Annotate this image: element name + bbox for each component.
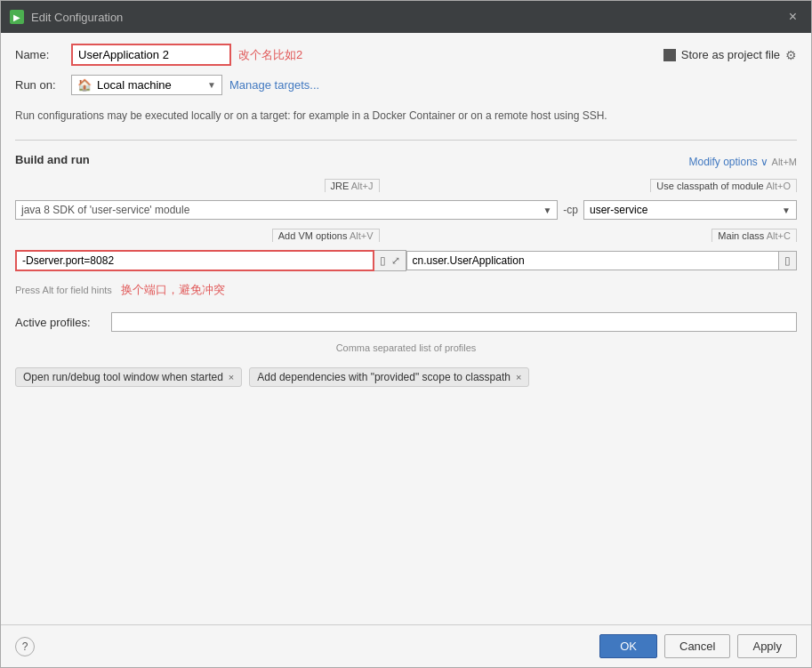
main-class-tooltip-label: Main class <box>718 230 764 241</box>
use-classpath-tooltip: Use classpath of module Alt+O <box>650 179 797 192</box>
main-class-browse-icon[interactable]: ▯ <box>779 251 797 270</box>
use-classpath-label: Use classpath of module <box>656 181 763 191</box>
main-class-tooltip: Main class Alt+C <box>712 229 797 242</box>
module-dropdown[interactable]: user-service ▼ <box>583 200 797 220</box>
profiles-hint: Comma separated list of profiles <box>15 341 797 355</box>
active-profiles-label: Active profiles: <box>15 316 104 329</box>
manage-targets-link[interactable]: Manage targets... <box>229 78 319 92</box>
name-row: Name: 改个名比如2 Store as project file ⚙ <box>15 44 797 66</box>
title-bar: ▶ Edit Configuration × <box>1 1 811 33</box>
tag-label-2: Add dependencies with "provided" scope t… <box>257 371 511 383</box>
machine-icon: 🏠 <box>77 78 92 92</box>
modify-options-link[interactable]: Modify options ∨ Alt+M <box>689 156 798 168</box>
footer-left: ? <box>15 637 35 656</box>
dialog-title: Edit Configuration <box>31 11 123 24</box>
jre-label: JRE <box>331 181 350 191</box>
vm-main-class-row: ▯ ⤢ ▯ <box>15 250 797 271</box>
sdk-value: java 8 SDK of 'user-service' module <box>21 204 189 216</box>
tag-label-1: Open run/debug tool window when started <box>23 371 223 383</box>
dropdown-arrow-icon: ▼ <box>207 80 216 90</box>
vm-expand-icon[interactable]: ⤢ <box>390 254 402 268</box>
tag-close-2[interactable]: × <box>516 372 521 382</box>
run-on-row: Run on: 🏠 Local machine ▼ Manage targets… <box>15 75 797 95</box>
name-input[interactable] <box>71 44 231 66</box>
sdk-dropdown[interactable]: java 8 SDK of 'user-service' module ▼ <box>15 200 558 220</box>
main-class-input-row: ▯ <box>406 251 798 270</box>
footer-right: OK Cancel Apply <box>599 634 797 658</box>
gear-icon[interactable]: ⚙ <box>785 48 797 62</box>
run-description: Run configurations may be executed local… <box>15 104 797 127</box>
module-dropdown-arrow-icon: ▼ <box>782 205 791 215</box>
tooltip-bar-1: JRE Alt+J Use classpath of module Alt+O <box>15 179 797 192</box>
modify-options-arrow: ∨ <box>760 156 771 168</box>
tag-open-run-debug: Open run/debug tool window when started … <box>15 367 242 387</box>
vm-options-input[interactable] <box>15 250 374 271</box>
modify-options-label: Modify options <box>689 156 758 168</box>
vm-annotation: 换个端口，避免冲突 <box>121 282 225 298</box>
sdk-dropdown-arrow-icon: ▼ <box>543 205 551 215</box>
ok-button[interactable]: OK <box>599 634 657 658</box>
name-annotation: 改个名比如2 <box>238 47 302 63</box>
title-bar-left: ▶ Edit Configuration <box>10 10 123 24</box>
jre-shortcut: Alt+J <box>351 181 374 191</box>
app-icon: ▶ <box>10 10 24 24</box>
tags-row: Open run/debug tool window when started … <box>15 367 797 387</box>
vm-edit-icon[interactable]: ▯ <box>378 254 388 268</box>
tag-close-1[interactable]: × <box>229 372 234 382</box>
hint-text: Press Alt for field hints <box>15 285 112 295</box>
vm-input-group: ▯ ⤢ <box>15 250 406 271</box>
use-classpath-shortcut: Alt+O <box>766 181 791 191</box>
separator-1 <box>15 140 797 141</box>
active-profiles-row: Active profiles: <box>15 312 797 332</box>
vm-icon-group: ▯ ⤢ <box>374 250 406 271</box>
add-vm-label: Add VM options <box>278 230 348 241</box>
jre-tooltip: JRE Alt+J <box>325 179 380 192</box>
add-vm-tooltip: Add VM options Alt+V <box>272 229 380 242</box>
help-button[interactable]: ? <box>15 637 35 656</box>
name-label: Name: <box>15 48 64 61</box>
body-spacer <box>15 396 797 614</box>
run-on-label: Run on: <box>15 78 64 92</box>
dialog-body: Name: 改个名比如2 Store as project file ⚙ Run… <box>1 33 811 624</box>
store-project-label[interactable]: Store as project file <box>681 48 780 61</box>
build-run-header: Build and run Modify options ∨ Alt+M <box>15 153 797 170</box>
dialog-footer: ? OK Cancel Apply <box>1 624 811 667</box>
sdk-module-row: java 8 SDK of 'user-service' module ▼ -c… <box>15 200 797 220</box>
edit-configuration-dialog: ▶ Edit Configuration × Name: 改个名比如2 Stor… <box>0 0 812 668</box>
hint-row: Press Alt for field hints 换个端口，避免冲突 <box>15 280 797 300</box>
machine-label: Local machine <box>97 78 172 92</box>
local-machine-dropdown[interactable]: 🏠 Local machine ▼ <box>71 75 222 95</box>
tooltip-bar-2: Add VM options Alt+V Main class Alt+C <box>15 229 797 242</box>
build-run-title: Build and run <box>15 153 90 166</box>
add-vm-shortcut: Alt+V <box>350 230 374 241</box>
tag-add-dependencies: Add dependencies with "provided" scope t… <box>249 367 529 387</box>
store-project-row: Store as project file ⚙ <box>663 48 797 62</box>
modify-options-shortcut: Alt+M <box>772 157 797 167</box>
store-checkbox[interactable] <box>663 49 676 61</box>
apply-button[interactable]: Apply <box>737 634 797 658</box>
cp-label: -cp <box>558 204 583 216</box>
close-button[interactable]: × <box>784 7 802 27</box>
cancel-button[interactable]: Cancel <box>664 634 730 658</box>
main-class-shortcut: Alt+C <box>767 230 791 241</box>
module-value: user-service <box>590 204 647 216</box>
main-class-input[interactable] <box>406 251 780 270</box>
active-profiles-input[interactable] <box>111 312 797 332</box>
